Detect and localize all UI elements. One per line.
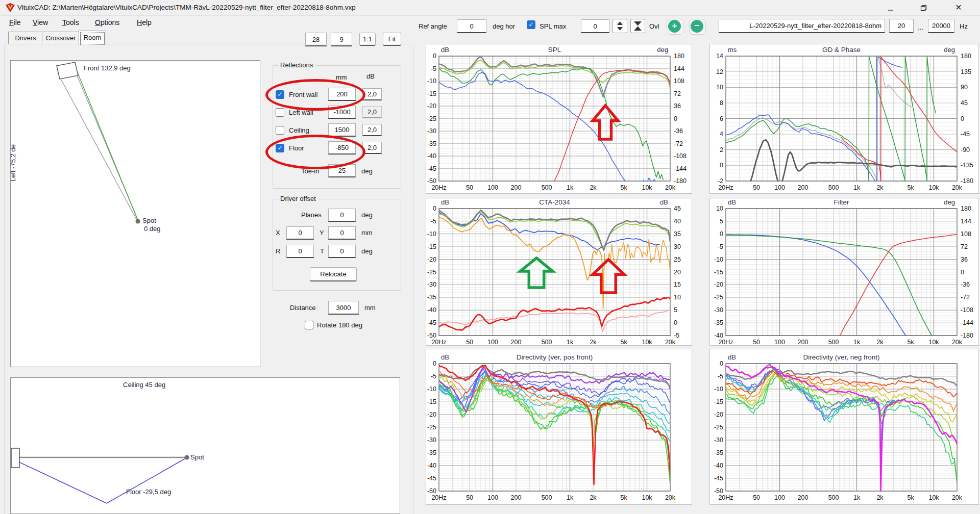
svg-text:20Hz: 20Hz (431, 339, 446, 345)
svg-text:0: 0 (720, 162, 723, 169)
svg-text:-72: -72 (674, 140, 683, 147)
svg-text:20Hz: 20Hz (718, 339, 733, 345)
svg-text:0: 0 (961, 115, 964, 122)
overlay-remove-button[interactable]: − (689, 19, 706, 35)
distance-field[interactable] (328, 301, 359, 315)
y-field[interactable] (328, 226, 356, 240)
svg-text:500: 500 (542, 339, 552, 345)
annotation-ellipse-floor (265, 135, 365, 169)
svg-text:-36: -36 (674, 127, 683, 135)
menu-tools[interactable]: Tools (59, 17, 82, 28)
ceiling-db-field[interactable] (362, 124, 382, 136)
svg-text:10: 10 (716, 84, 723, 91)
svg-text:-40: -40 (714, 332, 723, 339)
t-field[interactable] (328, 245, 356, 258)
svg-text:dB: dB (441, 198, 449, 206)
svg-text:50: 50 (753, 494, 760, 501)
svg-text:-144: -144 (961, 319, 973, 326)
svg-text:1k: 1k (567, 184, 574, 191)
svg-text:-72: -72 (961, 294, 970, 301)
restore-button[interactable] (912, 0, 935, 15)
svg-text:-25: -25 (714, 424, 723, 431)
reflections-title: Reflections (278, 61, 315, 69)
svg-text:deg: deg (944, 46, 955, 54)
planes-field[interactable] (328, 209, 356, 222)
svg-text:2: 2 (720, 146, 723, 153)
spl-max-checkbox[interactable]: ✓ (527, 20, 535, 29)
svg-text:20Hz: 20Hz (431, 184, 446, 191)
overlay-add-button[interactable]: + (667, 19, 683, 35)
svg-text:500: 500 (542, 494, 552, 501)
svg-text:-35: -35 (714, 319, 723, 326)
hourglass-icon (631, 19, 645, 33)
tab-room[interactable]: Room (79, 31, 106, 45)
svg-text:14: 14 (716, 53, 723, 60)
close-button[interactable]: ✕ (947, 0, 970, 15)
svg-text:0: 0 (720, 230, 723, 238)
svg-text:-30: -30 (427, 127, 436, 135)
svg-text:-5: -5 (431, 218, 436, 225)
left-wall-checkbox[interactable] (276, 108, 284, 117)
driver-offset-title: Driver offset (278, 195, 318, 202)
menu-file[interactable]: File (6, 17, 24, 28)
ceiling-mm-field[interactable] (328, 123, 356, 137)
svg-text:20Hz: 20Hz (718, 494, 733, 501)
freq-min-field[interactable] (889, 19, 914, 33)
svg-text:-20: -20 (714, 281, 723, 288)
svg-text:-40: -40 (427, 462, 436, 469)
svg-text:108: 108 (961, 230, 971, 238)
svg-text:5k: 5k (620, 339, 627, 345)
svg-text:15: 15 (674, 281, 681, 288)
svg-text:5k: 5k (907, 494, 914, 501)
svg-text:-15: -15 (714, 269, 723, 276)
svg-text:-20: -20 (427, 102, 436, 110)
y-label: Y (320, 229, 324, 237)
svg-text:5k: 5k (620, 494, 627, 501)
x-field[interactable] (286, 226, 314, 240)
rotate-180-checkbox[interactable] (305, 321, 313, 329)
menu-view[interactable]: View (30, 17, 51, 28)
left-wall-db-field[interactable] (362, 106, 382, 118)
svg-text:1k: 1k (853, 184, 861, 191)
svg-text:-2: -2 (718, 177, 723, 185)
spinner-arrows-icon (613, 19, 627, 33)
menu-help[interactable]: Help (134, 17, 155, 28)
tab-crossover[interactable]: Crossover (42, 32, 80, 44)
mm-column-header: mm (336, 73, 347, 81)
svg-text:500: 500 (828, 184, 839, 191)
spot-side-label: Spot (190, 453, 204, 461)
svg-text:50: 50 (466, 339, 473, 345)
svg-text:500: 500 (828, 339, 839, 345)
collapse-range-button[interactable] (630, 19, 645, 33)
freq-max-field[interactable] (928, 19, 954, 33)
deg-hor-label: deg hor (493, 22, 515, 30)
minimize-button[interactable] (879, 0, 902, 15)
svg-text:-40: -40 (427, 306, 436, 314)
ovl-label: Ovl (649, 22, 659, 30)
overlay-file-field[interactable] (719, 19, 885, 33)
svg-text:20k: 20k (665, 494, 676, 501)
tab-drivers[interactable]: Drivers (8, 32, 43, 44)
ceiling-checkbox[interactable] (276, 126, 284, 135)
menu-options[interactable]: Options (92, 17, 122, 28)
ref-angle-label: Ref angle (419, 22, 447, 30)
svg-text:0: 0 (433, 205, 436, 212)
svg-text:-180: -180 (961, 177, 973, 185)
svg-text:0: 0 (674, 319, 677, 326)
svg-text:-30: -30 (714, 306, 723, 314)
relocate-button[interactable]: Relocate (310, 267, 357, 281)
svg-text:dB: dB (728, 353, 736, 361)
room-top-view-panel: Front 132,9 deg Left -75,2 de Spot 0 deg (10, 60, 260, 367)
annotation-ellipse-front-wall (265, 79, 365, 111)
r-field[interactable] (286, 245, 314, 258)
svg-text:200: 200 (798, 494, 808, 501)
svg-text:-108: -108 (961, 306, 973, 314)
ref-angle-field[interactable] (457, 19, 486, 33)
svg-text:2k: 2k (876, 184, 884, 191)
svg-text:4: 4 (720, 131, 723, 138)
spl-max-field[interactable] (581, 19, 609, 33)
svg-text:-25: -25 (427, 424, 436, 431)
spl-max-spinner[interactable] (612, 19, 627, 33)
svg-text:10k: 10k (928, 339, 939, 345)
svg-text:200: 200 (798, 184, 808, 191)
